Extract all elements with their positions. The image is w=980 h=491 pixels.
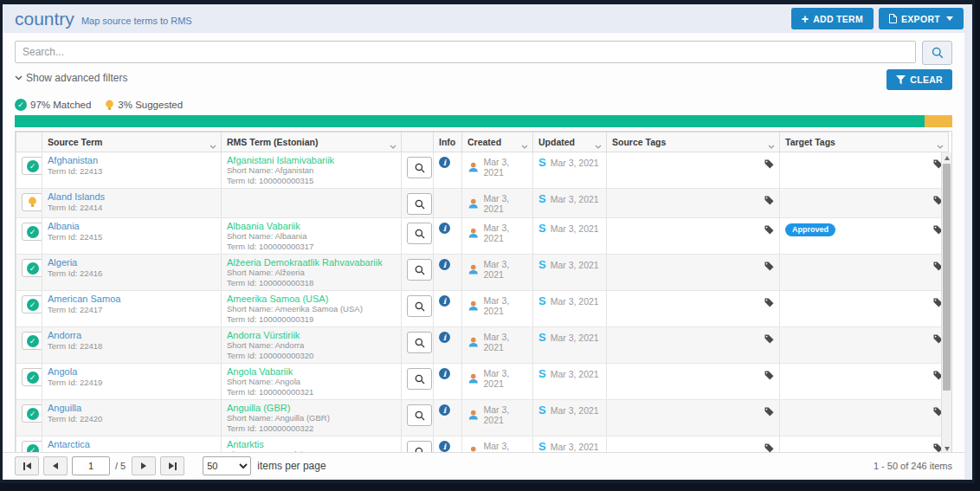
filters-row: Show advanced filters CLEAR — [15, 69, 952, 90]
source-term-link[interactable]: Angola — [48, 366, 77, 378]
source-tags-cell — [607, 255, 780, 291]
magnifier-icon — [415, 229, 425, 239]
advanced-filters-label: Show advanced filters — [26, 72, 127, 84]
plus-icon: + — [802, 13, 809, 25]
preview-button[interactable] — [407, 332, 432, 353]
info-icon[interactable]: i — [439, 259, 450, 270]
first-page-button[interactable] — [15, 456, 39, 475]
next-page-button[interactable] — [132, 456, 156, 475]
tag-icon[interactable] — [764, 196, 774, 207]
source-term-link[interactable]: Antarctica — [48, 439, 90, 450]
show-advanced-filters-toggle[interactable]: Show advanced filters — [15, 72, 127, 84]
search-button[interactable] — [922, 41, 952, 65]
chevron-down-icon[interactable] — [768, 140, 775, 151]
tag-icon[interactable] — [764, 159, 774, 171]
preview-button[interactable] — [407, 157, 432, 178]
scrollbar-thumb[interactable] — [943, 164, 951, 391]
preview-button[interactable] — [407, 404, 432, 426]
chevron-down-icon[interactable] — [937, 140, 944, 151]
status-cell: ✓ — [16, 436, 42, 455]
magnifier-icon — [415, 338, 425, 348]
matched-legend-item: ✓ 97% Matched — [15, 99, 91, 111]
info-icon[interactable]: i — [439, 157, 450, 168]
scroll-up-icon[interactable] — [945, 156, 950, 160]
preview-button[interactable] — [407, 295, 432, 317]
updated-date: Mar 3, 2021 — [551, 223, 599, 234]
source-tags-cell — [607, 327, 780, 364]
rms-term-column-header[interactable]: RMS Term (Estonian) — [222, 132, 402, 152]
target-tags-column-header[interactable]: Target Tags — [780, 132, 949, 152]
header-actions: + ADD TERM EXPORT — [791, 8, 964, 29]
info-header-label: Info — [439, 137, 455, 147]
status-button[interactable]: ✓ — [22, 404, 42, 423]
chevron-down-icon[interactable] — [210, 140, 216, 151]
preview-cell — [402, 189, 434, 218]
created-column-header[interactable]: Created — [462, 132, 533, 152]
source-term-link[interactable]: Andorra — [48, 330, 81, 341]
info-cell: i — [434, 218, 462, 255]
preview-cell — [402, 327, 434, 364]
source-term-link[interactable]: Albania — [48, 221, 80, 232]
status-button[interactable]: ✓ — [22, 259, 42, 277]
info-icon[interactable]: i — [439, 404, 450, 416]
page-size-select[interactable]: 50 — [203, 456, 251, 475]
rms-term-cell: Angola Vabariik Short Name: Angola Term … — [222, 364, 402, 400]
source-term-link[interactable]: American Samoa — [48, 294, 120, 305]
source-tags-column-header[interactable]: Source Tags — [607, 132, 780, 152]
tag-icon[interactable] — [764, 407, 774, 418]
rms-short-name: Short Name: Alžeeria — [227, 268, 396, 278]
source-term-link[interactable]: Afghanistan — [48, 155, 98, 166]
source-system-logo-icon: S — [538, 404, 546, 416]
previous-page-button[interactable] — [43, 456, 68, 475]
tag-icon[interactable] — [764, 225, 774, 236]
status-button[interactable]: ✓ — [22, 295, 42, 313]
info-icon[interactable]: i — [439, 441, 450, 452]
info-icon[interactable]: i — [439, 332, 450, 343]
status-cell: ✓ — [16, 327, 42, 364]
preview-button[interactable] — [407, 223, 432, 244]
updated-column-header[interactable]: Updated — [533, 132, 607, 152]
info-icon[interactable]: i — [439, 295, 450, 307]
page-number-input[interactable] — [72, 456, 110, 475]
updated-cell: S Mar 3, 2021 — [533, 291, 607, 327]
tag-icon[interactable] — [764, 262, 774, 273]
status-button[interactable]: ✓ — [22, 223, 42, 241]
status-button[interactable]: ✓ — [22, 157, 42, 175]
preview-column-header — [402, 132, 434, 152]
status-button[interactable]: ✓ — [22, 193, 42, 211]
info-icon[interactable]: i — [439, 223, 450, 234]
source-term-link[interactable]: Aland Islands — [48, 191, 105, 203]
preview-button[interactable] — [407, 193, 432, 215]
tag-icon[interactable] — [764, 334, 774, 346]
add-term-button[interactable]: + ADD TERM — [791, 8, 874, 29]
source-term-id: Term Id: 22415 — [48, 233, 216, 242]
chevron-down-icon[interactable] — [595, 140, 602, 151]
status-button[interactable]: ✓ — [22, 332, 42, 350]
status-cell: ✓ — [16, 400, 42, 436]
info-cell: i — [434, 364, 462, 400]
clear-filters-button[interactable]: CLEAR — [887, 69, 952, 90]
scroll-down-icon[interactable] — [945, 447, 950, 451]
source-term-link[interactable]: Anguilla — [48, 403, 81, 414]
search-input[interactable] — [15, 41, 916, 63]
lightbulb-icon — [105, 100, 114, 111]
source-term-column-header[interactable]: Source Term — [42, 132, 222, 152]
status-button[interactable]: ✓ — [22, 368, 42, 386]
updated-date: Mar 3, 2021 — [551, 405, 599, 416]
preview-button[interactable] — [407, 368, 432, 390]
info-icon[interactable]: i — [439, 368, 450, 379]
last-page-button[interactable] — [160, 456, 184, 475]
source-system-logo-icon: S — [538, 368, 546, 379]
export-button[interactable]: EXPORT — [879, 8, 964, 29]
tag-icon[interactable] — [764, 298, 774, 309]
preview-cell — [402, 218, 434, 255]
preview-button[interactable] — [407, 259, 432, 281]
tag-icon[interactable] — [764, 371, 774, 382]
table-row: ✓ Albania Term Id: 22415 Albaania Vabari… — [16, 218, 949, 255]
chevron-down-icon[interactable] — [521, 140, 528, 151]
suggested-legend-item: 3% Suggested — [105, 100, 183, 111]
table-scrollbar[interactable] — [941, 152, 951, 454]
chevron-down-icon[interactable] — [390, 140, 397, 151]
updated-date: Mar 3, 2021 — [551, 333, 599, 343]
source-term-link[interactable]: Algeria — [48, 257, 77, 268]
